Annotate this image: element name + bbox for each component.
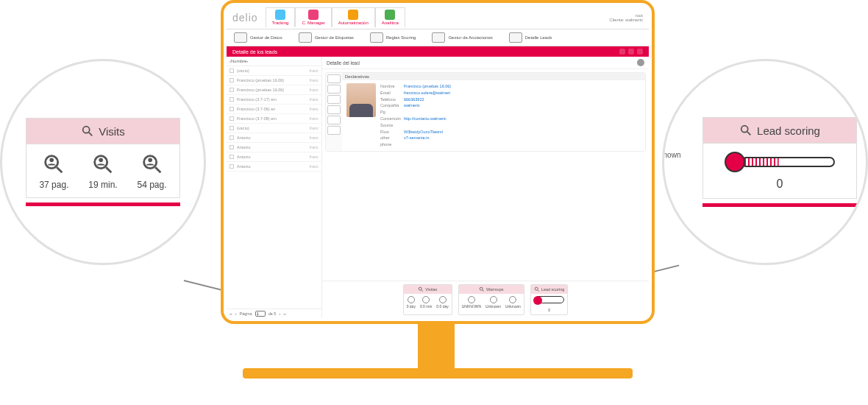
target-icon [370,32,383,43]
close-icon[interactable] [637,49,643,54]
callout-scoring-header: Lead scoring [702,117,857,144]
list-row[interactable]: (vacío)franc [227,124,321,133]
monitor-stand-neck [418,324,455,368]
tab-cmanager[interactable]: C. Manager [295,7,331,27]
paginator[interactable]: ‹‹‹ Página de 5 ››› [227,309,321,318]
svg-point-5 [95,156,107,169]
side-icon[interactable] [327,126,341,135]
card-section-title: Declarativas [342,73,645,80]
tab-analytics[interactable]: Analítica [375,7,405,27]
tab-label: Tracking [272,21,289,25]
list-row[interactable]: Francisco (3.7-17) emfranc [227,95,321,105]
leads-list: ‹ Nombre › (vacío)francFrancisco (prueba… [227,57,322,318]
card-icon [234,32,247,43]
side-icon[interactable] [327,74,341,83]
side-icon[interactable] [327,95,341,104]
person-magnifier-icon [140,152,165,177]
list-header[interactable]: ‹ Nombre › [227,57,321,66]
field-label: phone [380,141,404,148]
checkbox[interactable] [230,97,234,102]
mini-value: 0.0 min [420,304,432,309]
checkbox[interactable] [230,164,234,169]
row-label: Antonio [237,155,251,159]
person-magnifier-icon [422,296,430,303]
row-label: Francisco (3.7-08) em [237,116,277,121]
note-icon [432,32,445,43]
field-label: Nombre [380,83,404,90]
mini-value: 0 day [407,304,416,309]
svg-point-9 [148,158,152,163]
svg-line-20 [483,290,484,292]
svg-line-18 [421,290,423,292]
row-label: (vacío) [237,68,249,73]
users-icon [308,10,319,20]
ribbon-gestor-acotaciones[interactable]: Gestor de Acotaciones [432,32,492,43]
callout-visits-header: Visits [26,118,180,144]
person-magnifier-icon [408,296,415,303]
page-input[interactable] [255,311,266,317]
visits-stat-value: 19 min. [88,180,117,190]
person-magnifier-icon [468,296,475,303]
list-row[interactable]: Antoniofranc [227,162,321,172]
field-label: Pg Conversión [380,109,404,122]
checkbox[interactable] [230,78,234,82]
accent-strip [702,203,857,207]
detail-header: Detalle del lead [322,57,649,69]
minimize-icon[interactable] [619,49,625,54]
side-icon[interactable] [327,85,341,94]
list-row[interactable]: Francisco (3.7-06) enfranc [227,105,321,114]
side-icon[interactable] [327,116,341,124]
tab-tracking[interactable]: Tracking [266,7,296,27]
field-label: Teléfono [380,96,404,103]
accent-strip [26,202,180,206]
close-icon[interactable] [637,59,644,66]
list-row[interactable]: Francisco (pruebas 16.06)franc [227,76,321,85]
checkbox[interactable] [230,107,234,111]
checkbox[interactable] [230,88,234,92]
list-row[interactable]: Antoniofranc [227,143,321,152]
svg-point-17 [419,287,421,290]
magnifier-icon [81,124,94,138]
list-row[interactable]: Antoniofranc [227,133,321,143]
ribbon-detalle-leads[interactable]: Detalle Leads [509,32,552,43]
ribbon-gestor-etiquetas[interactable]: Gestor de Etiquetas [299,32,354,43]
tab-automation[interactable]: Automatización [332,7,375,27]
app-topbar: delio Tracking C. Manager Automatización… [227,6,649,29]
checkbox[interactable] [230,145,234,149]
svg-line-22 [538,290,539,292]
checkbox[interactable] [230,155,234,159]
panel-title: Detalle de los leads [232,49,277,54]
scoring-value: 0 [777,177,783,191]
list-row[interactable]: Francisco (3.7-08) emfranc [227,114,321,124]
side-icon[interactable] [327,105,341,114]
monitor-stand-base [243,368,633,378]
paginator-of: de 5 [268,311,277,316]
checkbox[interactable] [230,68,234,73]
restore-icon[interactable] [628,49,634,54]
visits-stat-value: 37 pag. [39,180,68,190]
list-row[interactable]: Antoniofranc [227,152,321,162]
thermometer-icon [535,296,564,303]
row-label: Antonio [237,135,251,140]
ribbon-gestor-datos[interactable]: Gestor de Datos [234,32,282,43]
row-label: Antonio [237,164,251,169]
list-row[interactable]: (vacío)franc [227,66,321,76]
ribbon-reglas-scoring[interactable]: Reglas Scoring [370,32,416,43]
callout-visits-body: 37 pag. 19 min. 54 pag. [26,144,180,198]
mini-value: 0.0 day [436,304,448,309]
mini-value: Unknown [485,304,501,309]
lead-card: Declarativas NombreFrancisco (pruebas 16… [325,72,646,152]
field-label: Flow [380,129,404,135]
checkbox[interactable] [230,126,234,130]
checkbox[interactable] [230,135,234,140]
svg-point-19 [480,287,483,290]
tag-icon [299,32,312,43]
list-row[interactable]: Francisco (pruebas 16.06)franc [227,85,321,95]
ribbon-label: Gestor de Datos [250,35,282,40]
svg-line-4 [57,167,63,172]
callout-scoring-body: 0 [702,144,857,199]
callout-visits: Visits 37 pag. 19 min. 54 pag. [0,59,206,265]
checkbox[interactable] [230,116,234,121]
mini-value: UNKNOWN [462,304,481,309]
field-label: Compañía [380,102,404,109]
